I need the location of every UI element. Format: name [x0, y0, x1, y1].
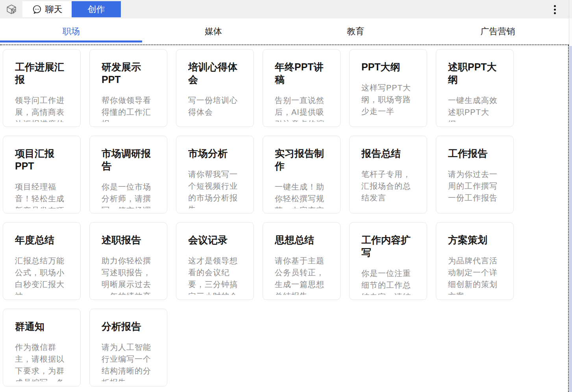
card-description: 这样写PPT大 纲，职场弯路 少走一半 — [361, 82, 416, 117]
template-card[interactable]: 述职PPT大 纲一键生成高效 述职PPT大纲， 快速梳理重点 — [436, 49, 514, 127]
tab-create[interactable]: 创作 — [72, 1, 121, 17]
template-card[interactable]: 工作报告请为你过去一 周的工作撰写 一份工作报告 — [436, 136, 514, 213]
template-card[interactable]: 市场分析请你帮我写一 个短视频行业 的市场分析报 告 — [176, 136, 254, 213]
template-card-grid: 工作进展汇 报领导问工作进 展，高情商表 达汇报进度的研发展示 PPT帮你做领导… — [3, 49, 514, 386]
tab-chat-label: 聊天 — [45, 4, 63, 15]
card-title: 分析报告 — [102, 320, 156, 333]
card-title: 会议记录 — [188, 234, 242, 246]
template-card[interactable]: 方案策划为品牌代言活 动制定一个详 细创新的策划 方案 — [436, 222, 514, 300]
category-tab-0[interactable]: 职场 — [0, 18, 142, 44]
card-description: 你是一位注重 细节的工作总 结专家，请结 — [361, 267, 416, 295]
card-title: 述职报告 — [102, 234, 156, 246]
card-title: 研发展示 PPT — [102, 61, 156, 86]
template-card[interactable]: 研发展示 PPT帮你做领导看 得懂的工作汇 报 — [89, 49, 167, 127]
card-title: 实习报告制 作 — [275, 147, 329, 172]
card-description: 笔杆子专用， 汇报场合的总 结发言 — [361, 168, 416, 204]
chat-bubble-icon — [32, 4, 42, 15]
template-card[interactable]: 会议记录这才是领导想 看的会议纪 要，三分钟搞 定三小时的会 — [176, 222, 254, 300]
template-card[interactable]: 项目汇报 PPT项目经理福 音！轻松生成 新产品发布项 — [3, 136, 81, 213]
card-description: 作为微信群 主，请根据以 下要求，为群 成员编写一条 — [15, 341, 69, 381]
card-description: 请为人工智能 行业编写一个 结构清晰的分 析报告 — [102, 341, 156, 381]
card-title: 方案策划 — [448, 234, 502, 246]
card-title: 培训心得体 会 — [188, 61, 242, 86]
card-description: 帮你做领导看 得懂的工作汇 报 — [102, 94, 156, 122]
card-title: 年终PPT讲 稿 — [275, 61, 329, 86]
card-description: 你是一位市场 分析师，请撰 写一篇市场调 — [102, 181, 156, 208]
template-card[interactable]: 市场调研报 告你是一位市场 分析师，请撰 写一篇市场调 — [89, 136, 167, 213]
category-tab-label: 媒体 — [205, 26, 222, 37]
card-description: 请你基于主题 公务员转正， 生成一篇思想 总结报告 — [275, 255, 329, 295]
top-bar: 聊天 创作 — [0, 0, 569, 18]
scrollbar[interactable] — [569, 0, 572, 392]
category-tab-bar: 职场媒体教育广告营销 — [0, 18, 569, 45]
card-title: 述职PPT大 纲 — [448, 61, 502, 86]
card-description: 请为你过去一 周的工作撰写 一份工作报告 — [448, 168, 502, 204]
template-card[interactable]: 工作进展汇 报领导问工作进 展，高情商表 达汇报进度的 — [3, 49, 81, 127]
card-description: 助力你轻松撰 写述职报告， 明晰展示过去 一年的绩效亮 — [102, 255, 156, 295]
template-card[interactable]: 群通知作为微信群 主，请根据以 下要求，为群 成员编写一条 — [3, 309, 81, 386]
card-description: 一键生成高效 述职PPT大纲， 快速梳理重点 — [448, 94, 502, 122]
tab-chat[interactable]: 聊天 — [22, 1, 72, 17]
card-description: 写一份培训心 得体会 — [188, 94, 242, 118]
category-tab-label: 广告营销 — [480, 26, 515, 37]
card-title: 工作报告 — [448, 147, 502, 160]
card-title: 思想总结 — [275, 234, 329, 246]
template-card[interactable]: 述职报告助力你轻松撰 写述职报告， 明晰展示过去 一年的绩效亮 — [89, 222, 167, 300]
mode-tab-group: 聊天 创作 — [22, 1, 121, 17]
template-card[interactable]: 分析报告请为人工智能 行业编写一个 结构清晰的分 析报告 — [89, 309, 167, 386]
category-tab-label: 职场 — [63, 26, 80, 37]
card-description: 告别一直说然 后，AI提供吸 引注意点的演 — [275, 94, 329, 122]
category-tab-3[interactable]: 广告营销 — [427, 18, 569, 44]
template-card[interactable]: 培训心得体 会写一份培训心 得体会 — [176, 49, 254, 127]
template-card[interactable]: 实习报告制 作一键生成！助 你轻松撰写规 范、内容充实 — [263, 136, 341, 213]
card-title: 报告总结 — [361, 147, 416, 160]
card-description: 这才是领导想 看的会议纪 要，三分钟搞 定三小时的会 — [188, 255, 242, 295]
card-title: 工作进展汇 报 — [15, 61, 69, 86]
card-title: 市场分析 — [188, 147, 242, 160]
card-description: 项目经理福 音！轻松生成 新产品发布项 — [15, 181, 69, 208]
category-tab-1[interactable]: 媒体 — [142, 18, 284, 44]
kebab-menu-icon[interactable] — [551, 3, 559, 16]
active-tab-underline — [0, 40, 142, 42]
template-card[interactable]: 年终PPT讲 稿告别一直说然 后，AI提供吸 引注意点的演 — [263, 49, 341, 127]
card-title: PPT大纲 — [361, 61, 416, 73]
template-card[interactable]: 工作内容扩 写你是一位注重 细节的工作总 结专家，请结 — [349, 222, 427, 300]
cube-3d-icon — [5, 3, 18, 16]
scrollbar-thumb[interactable] — [569, 46, 572, 392]
template-card[interactable]: 报告总结笔杆子专用， 汇报场合的总 结发言 — [349, 136, 427, 213]
card-description: 汇报总结万能 公式，职场小 白秒变汇报大 神 — [15, 255, 69, 295]
card-description: 请你帮我写一 个短视频行业 的市场分析报 告 — [188, 168, 242, 208]
card-title: 年度总结 — [15, 234, 69, 246]
tab-create-label: 创作 — [88, 4, 105, 15]
category-tab-label: 教育 — [347, 26, 364, 37]
card-description: 为品牌代言活 动制定一个详 细创新的策划 方案 — [448, 255, 502, 295]
card-title: 项目汇报 PPT — [15, 147, 69, 172]
template-card[interactable]: 思想总结请你基于主题 公务员转正， 生成一篇思想 总结报告 — [263, 222, 341, 300]
template-card[interactable]: PPT大纲这样写PPT大 纲，职场弯路 少走一半 — [349, 49, 427, 127]
card-description: 一键生成！助 你轻松撰写规 范、内容充实 — [275, 181, 329, 208]
card-description: 领导问工作进 展，高情商表 达汇报进度的 — [15, 94, 69, 122]
card-title: 工作内容扩 写 — [361, 234, 416, 259]
category-tab-2[interactable]: 教育 — [285, 18, 427, 44]
card-title: 市场调研报 告 — [102, 147, 156, 172]
template-card[interactable]: 年度总结汇报总结万能 公式，职场小 白秒变汇报大 神 — [3, 222, 81, 300]
card-title: 群通知 — [15, 320, 69, 333]
